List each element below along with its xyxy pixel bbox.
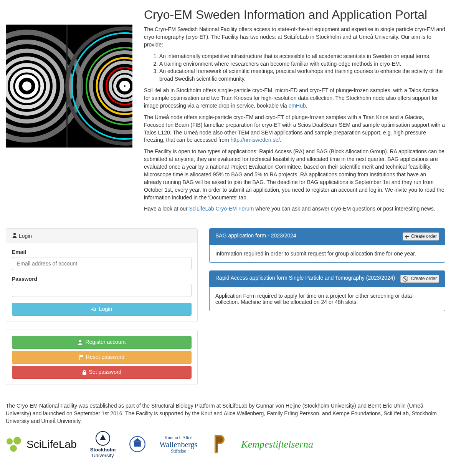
intro-paragraph-1: The Cryo-EM Swedish National Facility of… <box>144 26 445 49</box>
svg-rect-27 <box>134 441 141 446</box>
footer-text: The Cryo-EM National Facility was establ… <box>6 402 445 425</box>
email-label: Email <box>12 249 26 255</box>
login-icon <box>91 307 97 312</box>
rapid-form-title: Rapid Access application form Single Par… <box>215 275 395 281</box>
page-title: Cryo-EM Sweden Information and Applicati… <box>144 8 445 22</box>
svg-point-24 <box>10 445 17 452</box>
reset-password-label: Reset password <box>86 353 124 361</box>
lock-icon <box>82 370 87 375</box>
disabled-icon <box>403 276 408 282</box>
set-password-label: Set password <box>89 368 122 376</box>
svg-point-8 <box>22 81 31 91</box>
goal-item: An internationally competitive infrastru… <box>159 53 445 60</box>
user-icon <box>78 340 83 345</box>
cryoem-rings-image <box>6 25 132 148</box>
register-account-button[interactable]: Register account <box>12 336 192 349</box>
umea-university-logo <box>129 436 146 454</box>
goal-item: An educational framework of scientific m… <box>159 68 445 83</box>
reset-password-button[interactable]: Reset password <box>12 351 192 364</box>
goals-list: An internationally competitive infrastru… <box>144 53 445 83</box>
nmisweden-link[interactable]: http://nmisweden.se/ <box>231 137 280 143</box>
bag-form-title: BAG application form - 2023/2024 <box>215 232 296 239</box>
flag-icon <box>79 355 84 360</box>
persson-foundation-logo <box>211 433 228 456</box>
rapid-create-order-label: Create order <box>411 275 437 282</box>
register-account-label: Register account <box>85 338 126 346</box>
account-actions-panel: Register account Reset password Set pass… <box>6 330 198 385</box>
email-input[interactable] <box>12 257 192 270</box>
bag-form-body: Information required in order to submit … <box>210 245 445 262</box>
intro-paragraph-2: SciLifeLab in Stockholm offers single-pa… <box>144 87 445 110</box>
bag-form-panel: BAG application form - 2023/2024 Create … <box>209 228 445 263</box>
plus-icon <box>405 235 409 239</box>
wallenberg-foundation-logo: Knut och Alice Wallenbergs Stiftelse <box>159 435 197 454</box>
password-label: Password <box>12 276 37 282</box>
scilifelab-logo: SciLifeLab <box>6 437 77 452</box>
rapid-form-panel: Rapid Access application form Single Par… <box>209 270 445 311</box>
intro-paragraph-4: The Facility is open to two types of app… <box>144 148 445 201</box>
goal-item: A training environment where researchers… <box>159 60 445 68</box>
hero-image-column <box>6 0 132 217</box>
svg-point-21 <box>124 85 126 87</box>
svg-point-23 <box>13 437 21 444</box>
emhub-link[interactable]: emHub <box>289 103 306 109</box>
user-icon <box>12 232 17 238</box>
intro-paragraph-5: Have a look at our SciLifeLab Cryo-EM Fo… <box>144 205 445 213</box>
password-input[interactable] <box>12 284 192 297</box>
forum-link[interactable]: SciLifeLab Cryo-EM Forum <box>189 206 254 212</box>
login-panel: Login Email Password Login <box>6 228 198 322</box>
login-panel-heading: Login <box>6 229 197 243</box>
rapid-form-body: Application Form required to apply for t… <box>210 287 425 311</box>
set-password-button[interactable]: Set password <box>12 366 192 379</box>
sponsor-logos: SciLifeLab StockholmUniversity Knut och … <box>6 431 445 458</box>
kempe-foundation-logo: Kempestiftelserna <box>241 439 313 450</box>
login-panel-title: Login <box>19 233 32 239</box>
bag-create-order-button[interactable]: Create order <box>403 232 439 240</box>
stockholm-university-logo: StockholmUniversity <box>90 431 116 458</box>
intro-paragraph-3: The Umeå node offers single-particle cry… <box>144 114 445 144</box>
rapid-create-order-button[interactable]: Create order <box>400 275 439 283</box>
login-button-label: Login <box>99 305 112 313</box>
login-button[interactable]: Login <box>12 303 192 316</box>
bag-create-order-label: Create order <box>411 233 437 240</box>
svg-point-22 <box>7 438 13 444</box>
